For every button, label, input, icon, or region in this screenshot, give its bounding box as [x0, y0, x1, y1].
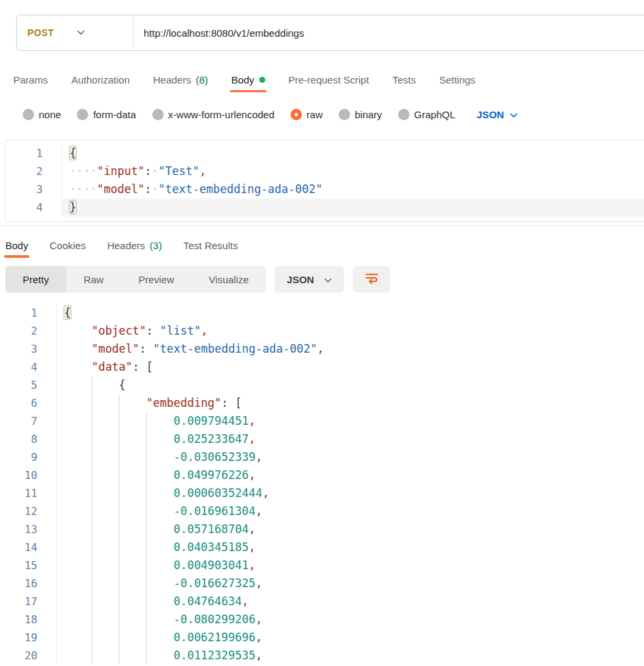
- request-language-select[interactable]: JSON: [477, 109, 518, 120]
- request-language-label: JSON: [477, 109, 504, 120]
- tab-label: Params: [13, 74, 48, 86]
- resp-tab-cookies[interactable]: Cookies: [49, 232, 86, 258]
- tab-label: Pre-request Script: [289, 74, 369, 86]
- line-number: 18: [0, 611, 57, 629]
- resp-tab-headers[interactable]: Headers(3): [107, 232, 162, 258]
- response-section-divider: [0, 225, 644, 226]
- radio-icon: [398, 109, 410, 120]
- code-line[interactable]: 100.049976226,: [0, 466, 644, 484]
- code-line[interactable]: 3"model": "text-embedding-ada-002",: [0, 340, 644, 358]
- view-preview[interactable]: Preview: [121, 266, 191, 293]
- tab-tests[interactable]: Tests: [392, 65, 416, 94]
- tab-settings[interactable]: Settings: [439, 65, 475, 94]
- line-number: 16: [0, 574, 57, 593]
- chevron-down-icon: [510, 109, 518, 120]
- line-number: 6: [0, 394, 57, 412]
- request-body-editor[interactable]: 1{2····"input":·"Test",3····"model":·"te…: [5, 140, 644, 222]
- code-line[interactable]: 110.00060352444,: [0, 484, 644, 502]
- tab-label: Body: [5, 240, 28, 251]
- body-type-binary[interactable]: binary: [339, 109, 382, 120]
- code-line[interactable]: 9-0.030652339,: [0, 448, 644, 466]
- code-line[interactable]: 3····"model":·"text-embedding-ada-002": [5, 180, 644, 198]
- code-line-content: -0.080299206,: [57, 611, 644, 629]
- code-line[interactable]: 4"data": [: [0, 358, 644, 376]
- code-line[interactable]: 70.009794451,: [0, 412, 644, 430]
- url-input[interactable]: http://localhost:8080/v1/embeddings: [134, 27, 304, 39]
- code-line[interactable]: 2"object": "list",: [0, 322, 644, 340]
- body-type-x-www-form-urlencoded[interactable]: x-www-form-urlencoded: [152, 109, 275, 120]
- radio-label: form-data: [93, 109, 136, 120]
- tab-body[interactable]: Body: [231, 65, 265, 94]
- body-type-form-data[interactable]: form-data: [77, 109, 136, 120]
- chevron-down-icon: [77, 30, 85, 35]
- view-raw[interactable]: Raw: [66, 266, 121, 293]
- request-tabs: ParamsAuthorizationHeaders(8)BodyPre-req…: [13, 65, 476, 94]
- code-line[interactable]: 150.004903041,: [0, 556, 644, 574]
- line-number: 8: [0, 430, 57, 448]
- code-line[interactable]: 6"embedding": [: [0, 394, 644, 412]
- tab-authorization[interactable]: Authorization: [71, 65, 130, 94]
- code-line[interactable]: 80.025233647,: [0, 430, 644, 448]
- tab-params[interactable]: Params: [13, 65, 48, 94]
- tab-label: Cookies: [49, 240, 86, 251]
- line-number: 12: [0, 502, 57, 520]
- line-number: 5: [0, 376, 57, 394]
- code-line-content: "data": [: [57, 358, 644, 376]
- line-number: 4: [0, 358, 57, 376]
- code-line[interactable]: 1{: [0, 304, 644, 322]
- resp-tab-body[interactable]: Body: [5, 232, 28, 258]
- radio-icon: [291, 109, 302, 120]
- code-line[interactable]: 170.04764634,: [0, 593, 644, 611]
- line-number: 7: [0, 412, 57, 430]
- line-number: 2: [0, 322, 57, 340]
- body-type-none[interactable]: none: [23, 109, 61, 120]
- radio-icon: [339, 109, 350, 120]
- tab-headers[interactable]: Headers(8): [153, 65, 208, 94]
- line-number: 13: [0, 520, 57, 538]
- code-line[interactable]: 200.0112329535,: [0, 647, 644, 665]
- line-number: 14: [0, 538, 57, 556]
- line-number: 11: [0, 484, 57, 502]
- code-line[interactable]: 1{: [5, 144, 644, 162]
- response-language-select[interactable]: JSON: [275, 266, 344, 293]
- code-line-content: -0.016961304,: [57, 502, 644, 520]
- method-label: POST: [17, 27, 54, 38]
- radio-label: binary: [355, 109, 382, 120]
- line-number: 1: [0, 304, 57, 322]
- code-line[interactable]: 4}: [5, 198, 644, 216]
- wrap-lines-button[interactable]: [353, 266, 390, 293]
- request-url-bar: POST http://localhost:8080/v1/embeddings: [16, 15, 644, 51]
- tab-label: Tests: [392, 74, 416, 86]
- body-type-raw[interactable]: raw: [291, 109, 323, 120]
- response-body-editor[interactable]: 1{2"object": "list",3"model": "text-embe…: [0, 303, 644, 666]
- code-line-content: 0.0062199696,: [57, 629, 644, 647]
- code-line[interactable]: 130.057168704,: [0, 520, 644, 538]
- code-line[interactable]: 12-0.016961304,: [0, 502, 644, 520]
- line-number: 20: [0, 647, 57, 665]
- line-number: 3: [5, 180, 62, 198]
- code-line[interactable]: 140.040345185,: [0, 538, 644, 556]
- line-number: 17: [0, 593, 57, 611]
- code-line[interactable]: 2····"input":·"Test",: [5, 162, 644, 180]
- code-line-content: 0.0112329535,: [57, 647, 644, 665]
- code-line[interactable]: 190.0062199696,: [0, 629, 644, 647]
- code-line[interactable]: 16-0.016627325,: [0, 574, 644, 593]
- method-selector[interactable]: POST: [17, 15, 133, 50]
- radio-icon: [77, 109, 88, 120]
- code-line-content: {: [57, 304, 644, 322]
- view-visualize[interactable]: Visualize: [192, 266, 267, 293]
- tab-pre-request-script[interactable]: Pre-request Script: [289, 65, 369, 94]
- view-pretty[interactable]: Pretty: [5, 266, 66, 293]
- code-line[interactable]: 18-0.080299206,: [0, 611, 644, 629]
- code-line[interactable]: 5{: [0, 376, 644, 394]
- body-type-graphql[interactable]: GraphQL: [398, 109, 456, 120]
- line-number: 4: [5, 198, 62, 216]
- text-wrap-icon: [364, 271, 379, 289]
- tab-label: Test Results: [183, 240, 238, 251]
- tab-label: Settings: [439, 74, 475, 86]
- line-number: 1: [5, 144, 62, 162]
- resp-tab-test-results[interactable]: Test Results: [183, 232, 238, 258]
- response-tabs: BodyCookiesHeaders(3)Test Results: [5, 232, 238, 258]
- code-line-content: {: [62, 144, 644, 162]
- response-language-label: JSON: [287, 274, 314, 285]
